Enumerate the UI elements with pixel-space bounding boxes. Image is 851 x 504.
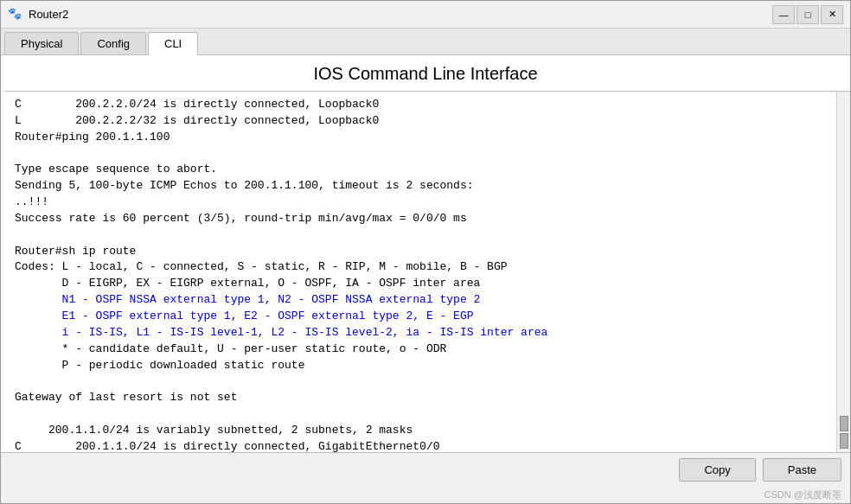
tab-config[interactable]: Config — [80, 32, 146, 54]
minimize-button[interactable]: — — [772, 5, 795, 24]
window-controls: — □ ✕ — [772, 5, 843, 24]
terminal-output[interactable]: C 200.2.2.0/24 is directly connected, Lo… — [8, 92, 836, 452]
paste-button[interactable]: Paste — [763, 458, 841, 482]
copy-button[interactable]: Copy — [679, 458, 755, 482]
page-title: IOS Command Line Interface — [1, 55, 850, 91]
terminal-wrapper: C 200.2.2.0/24 is directly connected, Lo… — [1, 91, 850, 452]
tab-bar: Physical Config CLI — [1, 29, 850, 55]
app-icon: 🐾 — [8, 7, 23, 22]
scrollbar-thumb-2[interactable] — [840, 433, 848, 449]
close-button[interactable]: ✕ — [821, 5, 843, 24]
title-bar-left: 🐾 Router2 — [8, 7, 68, 22]
title-bar: 🐾 Router2 — □ ✕ — [1, 1, 850, 29]
window-title: Router2 — [29, 8, 68, 21]
tab-cli[interactable]: CLI — [148, 32, 198, 55]
cli-area: IOS Command Line Interface C 200.2.2.0/2… — [1, 55, 850, 503]
watermark: CSDN @浅度断墨 — [1, 487, 850, 503]
bottom-bar: Copy Paste — [1, 452, 850, 487]
main-window: 🐾 Router2 — □ ✕ Physical Config CLI IOS … — [0, 0, 851, 504]
maximize-button[interactable]: □ — [797, 5, 819, 24]
scrollbar[interactable] — [836, 92, 850, 452]
scrollbar-thumb[interactable] — [840, 416, 848, 431]
tab-physical[interactable]: Physical — [4, 32, 79, 54]
